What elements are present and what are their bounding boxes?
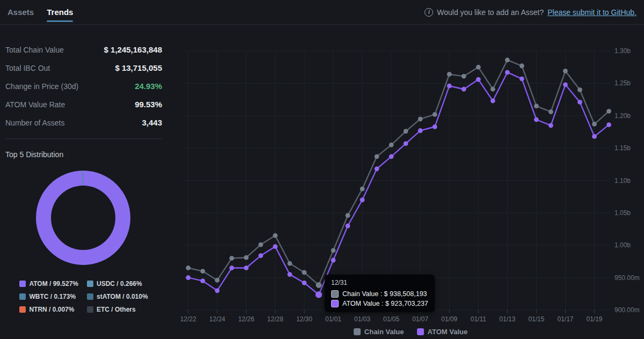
trend-line-chart[interactable]: 1.30b1.25b1.20b1.15b1.10b1.05b1.00b950.0… <box>177 43 644 339</box>
stat-label: Change in Price (30d) <box>5 82 78 91</box>
data-point-marker[interactable] <box>346 213 350 218</box>
stat-value-green: 24.93% <box>135 82 162 91</box>
legend-item-atom[interactable]: ATOM / 99.527% <box>19 280 78 288</box>
legend-item-atom-value[interactable]: ATOM Value <box>417 328 468 336</box>
active-data-point[interactable] <box>316 282 322 288</box>
data-point-marker[interactable] <box>258 242 263 247</box>
data-point-marker[interactable] <box>331 258 336 263</box>
data-point-marker[interactable] <box>346 224 350 229</box>
data-point-marker[interactable] <box>418 128 423 133</box>
data-point-marker[interactable] <box>462 87 466 92</box>
header: Assets Trends i Would you like to add an… <box>0 0 644 25</box>
data-point-marker[interactable] <box>288 261 292 266</box>
data-point-marker[interactable] <box>215 278 219 283</box>
legend-swatch-wbtc <box>19 293 26 300</box>
legend-swatch-usdc <box>87 281 93 287</box>
data-point-marker[interactable] <box>606 109 611 114</box>
data-point-marker[interactable] <box>519 77 524 82</box>
legend-swatch-chain-value <box>354 328 361 335</box>
x-axis-label: 12/26 <box>238 315 254 323</box>
data-point-marker[interactable] <box>592 134 597 139</box>
legend-item-statom[interactable]: stATOM / 0.010% <box>87 293 148 300</box>
legend-item-wbtc[interactable]: WBTC / 0.173% <box>19 293 78 300</box>
data-point-marker[interactable] <box>563 82 568 87</box>
data-point-marker[interactable] <box>215 288 219 293</box>
legend-item-ntrn[interactable]: NTRN / 0.007% <box>19 306 78 313</box>
legend-label: stATOM / 0.010% <box>97 293 148 300</box>
data-point-marker[interactable] <box>200 278 205 283</box>
x-axis-label: 01/07 <box>412 315 428 323</box>
legend-item-etc[interactable]: ETC / Others <box>87 306 148 313</box>
data-point-marker[interactable] <box>534 117 539 122</box>
data-point-marker[interactable] <box>273 233 277 238</box>
data-point-marker[interactable] <box>534 104 539 108</box>
data-point-marker[interactable] <box>606 122 611 127</box>
data-point-marker[interactable] <box>302 270 307 275</box>
data-point-marker[interactable] <box>302 281 307 285</box>
data-point-marker[interactable] <box>548 123 553 128</box>
data-point-marker[interactable] <box>273 244 277 249</box>
data-point-marker[interactable] <box>404 141 408 146</box>
data-point-marker[interactable] <box>447 84 452 89</box>
data-point-marker[interactable] <box>577 87 582 92</box>
tooltip-text: ATOM Value : $ 923,703,237 <box>342 300 428 307</box>
data-point-marker[interactable] <box>288 272 292 277</box>
stat-label: Total IBC Out <box>5 64 50 72</box>
x-axis-label: 12/22 <box>180 315 196 323</box>
legend-item-chain-value[interactable]: Chain Value <box>354 328 404 336</box>
tab-assets[interactable]: Assets <box>8 0 34 24</box>
data-point-marker[interactable] <box>491 99 495 104</box>
stat-label: Number of Assets <box>5 119 65 127</box>
data-point-marker[interactable] <box>505 70 510 75</box>
data-point-marker[interactable] <box>592 122 597 127</box>
legend-item-usdc[interactable]: USDC / 0.266% <box>87 280 148 288</box>
data-point-marker[interactable] <box>389 154 394 159</box>
data-point-marker[interactable] <box>360 187 365 191</box>
data-point-marker[interactable] <box>563 69 568 73</box>
data-point-marker[interactable] <box>548 109 553 114</box>
legend-swatch-statom <box>87 293 93 300</box>
data-point-marker[interactable] <box>375 154 379 159</box>
data-point-marker[interactable] <box>186 275 191 280</box>
distribution-title: Top 5 Distribution <box>5 150 63 159</box>
legend-label: Chain Value <box>364 328 404 336</box>
x-axis-label: 01/15 <box>528 315 544 323</box>
data-point-marker[interactable] <box>375 166 379 171</box>
data-point-marker[interactable] <box>404 129 408 134</box>
data-point-marker[interactable] <box>258 253 263 258</box>
section-divider <box>5 138 162 139</box>
legend-swatch-atom-value <box>417 328 424 335</box>
data-point-marker[interactable] <box>200 269 205 274</box>
distribution-donut-chart[interactable] <box>36 171 130 265</box>
data-point-marker[interactable] <box>519 63 524 68</box>
stat-value: $ 13,715,055 <box>115 63 162 72</box>
data-point-marker[interactable] <box>229 256 234 261</box>
data-point-marker[interactable] <box>331 248 336 253</box>
data-point-marker[interactable] <box>505 58 510 63</box>
data-point-marker[interactable] <box>491 87 495 92</box>
legend-label: ATOM / 99.527% <box>29 280 78 288</box>
github-submit-link[interactable]: Please submit it to GitHub. <box>547 8 636 17</box>
data-point-marker[interactable] <box>244 255 248 260</box>
y-axis-label: 1.10b <box>614 177 631 185</box>
data-point-marker[interactable] <box>360 197 365 202</box>
data-point-marker[interactable] <box>433 112 437 117</box>
data-point-marker[interactable] <box>186 266 191 270</box>
data-point-marker[interactable] <box>462 74 466 79</box>
data-point-marker[interactable] <box>447 72 452 77</box>
data-point-marker[interactable] <box>418 116 423 121</box>
tab-trends[interactable]: Trends <box>47 0 73 24</box>
data-point-marker[interactable] <box>229 266 234 270</box>
data-point-marker[interactable] <box>433 124 437 129</box>
data-point-marker[interactable] <box>389 143 394 148</box>
data-point-marker[interactable] <box>476 77 481 82</box>
legend-label: ATOM Value <box>428 328 468 336</box>
stat-change-in-price: Change in Price (30d) 24.93% <box>5 82 162 91</box>
donut-hole <box>51 186 115 250</box>
active-data-point[interactable] <box>316 291 322 298</box>
data-point-marker[interactable] <box>476 65 481 70</box>
data-point-marker[interactable] <box>244 266 248 270</box>
data-point-marker[interactable] <box>577 100 582 105</box>
y-axis-label: 1.00b <box>614 241 631 249</box>
tooltip-swatch-atom <box>331 300 339 307</box>
